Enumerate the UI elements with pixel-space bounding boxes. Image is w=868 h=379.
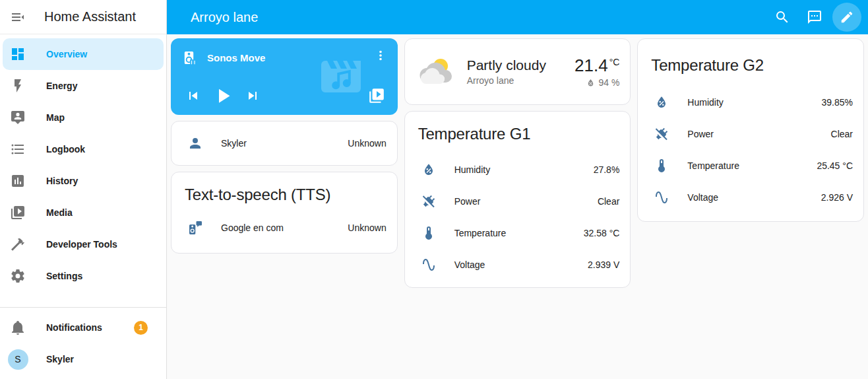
sidebar-item-energy[interactable]: Energy (3, 70, 164, 102)
entity-row-humidity[interactable]: Humidity 39.85% (638, 86, 863, 118)
entity-label: Power (687, 129, 714, 139)
tts-card: Text-to-speech (TTS) Google en com Unkno… (171, 172, 398, 254)
speaker-message-icon (182, 220, 208, 236)
entity-state: 2.939 V (588, 259, 619, 270)
sidebar-toggle-button[interactable] (0, 9, 36, 25)
profile-name: Skyler (46, 354, 74, 364)
sidebar-item-label: Logbook (46, 144, 85, 155)
weather-temperature: 21.4°C (574, 55, 619, 76)
sidebar-item-settings[interactable]: Settings (3, 260, 164, 292)
power-plug-off-icon (416, 193, 442, 209)
play-box-multiple-icon (3, 205, 33, 221)
sidebar-item-map[interactable]: Map (3, 102, 164, 133)
water-percent-icon (586, 78, 596, 88)
search-icon (774, 9, 790, 25)
sidebar-item-history[interactable]: History (3, 165, 164, 197)
entity-label: Voltage (687, 192, 718, 203)
entity-state: Clear (831, 129, 853, 139)
hammer-icon (3, 236, 33, 252)
assist-chat-icon (807, 9, 822, 25)
play-icon (211, 84, 235, 108)
temperature-unit: °C (609, 57, 620, 67)
browse-media-button[interactable] (363, 83, 390, 108)
entity-row-power[interactable]: Power Clear (638, 118, 863, 150)
dashboard-content: Sonos Move (167, 34, 868, 379)
sidebar-item-logbook[interactable]: Logbook (3, 133, 164, 165)
sidebar: Home Assistant Overview Energy Map Logbo… (0, 0, 167, 379)
sidebar-header: Home Assistant (0, 0, 166, 34)
weather-humidity: 94 % (574, 77, 619, 88)
person-card: Skyler Unknown (171, 121, 398, 166)
thermometer-icon (416, 225, 442, 241)
sidebar-item-developer-tools[interactable]: Developer Tools (3, 228, 164, 260)
tooltip-account-icon (3, 110, 33, 125)
lightning-bolt-icon (3, 78, 33, 94)
chart-box-icon (3, 173, 33, 189)
sine-wave-icon (416, 257, 442, 273)
entity-label: Humidity (687, 97, 723, 108)
page-title: Arroyo lane (191, 10, 258, 25)
card-title: Temperature G2 (638, 39, 863, 86)
sidebar-item-label: Energy (46, 81, 77, 91)
media-player-name: Sonos Move (207, 52, 265, 63)
sidebar-item-notifications[interactable]: Notifications 1 (3, 312, 164, 343)
weather-card[interactable]: Partly cloudy Arroyo lane 21.4°C 94 % (404, 38, 631, 105)
skip-next-button[interactable] (237, 82, 267, 110)
entity-label: Temperature (454, 228, 507, 238)
edit-pencil-icon (840, 10, 854, 24)
weather-condition: Partly cloudy (467, 57, 546, 73)
skip-previous-icon (185, 88, 201, 104)
entity-row-humidity[interactable]: Humidity 27.8% (405, 154, 631, 186)
thermometer-icon (648, 158, 675, 174)
temperature-g1-card: Temperature G1 Humidity 27.8% (404, 111, 631, 288)
tts-entity-row[interactable]: Google en com Unknown (171, 212, 397, 244)
sidebar-item-label: History (46, 176, 78, 186)
sidebar-item-overview[interactable]: Overview (3, 38, 164, 70)
sidebar-item-label: Developer Tools (46, 239, 117, 250)
app-header: Arroyo lane (167, 0, 868, 34)
person-row[interactable]: Skyler Unknown (171, 127, 397, 159)
entity-state: Unknown (348, 138, 386, 149)
sidebar-item-profile[interactable]: S Skyler (3, 343, 164, 375)
water-percent-icon (416, 162, 442, 178)
entity-state: 27.8% (594, 164, 620, 175)
weather-location: Arroyo lane (467, 75, 546, 86)
entity-row-temperature[interactable]: Temperature 25.45 °C (638, 150, 863, 182)
card-title: Temperature G1 (405, 112, 631, 154)
entity-row-power[interactable]: Power Clear (405, 186, 631, 217)
entity-row-voltage[interactable]: Voltage 2.939 V (405, 249, 631, 281)
sidebar-item-label: Notifications (46, 322, 102, 333)
entity-row-voltage[interactable]: Voltage 2.926 V (638, 182, 863, 213)
bell-icon (3, 320, 33, 335)
temperature-g2-card: Temperature G2 Humidity 39.85% (637, 38, 864, 222)
edit-dashboard-button[interactable] (832, 3, 861, 32)
movie-music-watermark-icon (317, 53, 365, 100)
search-button[interactable] (768, 3, 797, 32)
cog-icon (3, 268, 33, 284)
entity-state: 32.58 °C (584, 228, 620, 238)
entity-label: Skyler (221, 138, 247, 149)
power-plug-off-icon (648, 126, 675, 142)
sidebar-item-label: Map (46, 112, 65, 123)
entity-label: Temperature (687, 160, 739, 171)
play-button[interactable] (208, 82, 237, 110)
main-area: Arroyo lane (167, 0, 868, 379)
entity-state: Clear (598, 196, 619, 207)
entity-row-temperature[interactable]: Temperature 32.58 °C (405, 217, 631, 249)
entity-label: Power (454, 196, 481, 207)
entity-state: 39.85% (822, 97, 853, 108)
sidebar-item-label: Settings (46, 271, 82, 281)
sidebar-bottom: Notifications 1 S Skyler (0, 307, 166, 379)
sidebar-item-label: Media (46, 207, 73, 218)
speaker-pause-icon (181, 50, 197, 65)
sidebar-item-label: Overview (46, 49, 87, 59)
card-title: Text-to-speech (TTS) (171, 172, 397, 212)
sidebar-item-media[interactable]: Media (3, 197, 164, 228)
avatar: S (8, 349, 28, 370)
assist-button[interactable] (800, 3, 829, 32)
media-menu-button[interactable] (369, 44, 392, 67)
skip-next-icon (245, 88, 261, 104)
skip-previous-button[interactable] (178, 82, 208, 110)
browse-media-icon (368, 87, 385, 104)
media-player-card[interactable]: Sonos Move (171, 38, 398, 115)
